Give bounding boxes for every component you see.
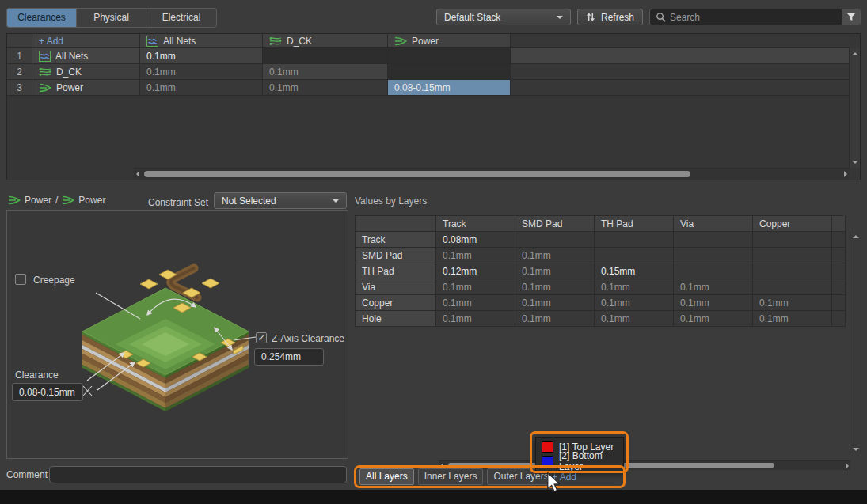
net-class-icon [8,195,21,206]
matrix-row-number-3[interactable]: 3 [7,80,32,96]
values-cell-track-smd-pad[interactable] [515,232,595,248]
scroll-up-arrow-icon[interactable] [853,235,859,238]
matrix-row-number-2[interactable]: 2 [7,64,32,80]
layer-tab-all-layers[interactable]: All Layers [359,468,414,485]
values-cell-th-pad-smd-pad[interactable]: 0.1mm [515,263,595,279]
scroll-right-arrow-icon[interactable] [844,171,847,177]
values-cell-smd-pad-track[interactable]: 0.1mm [436,248,515,263]
matrix-vertical-scrollbar[interactable] [849,48,860,168]
values-cell-hole-copper[interactable]: 0.1mm [753,311,832,327]
values-cell-smd-pad-copper[interactable] [753,248,832,263]
label-text: [2] Bottom Layer [559,450,618,472]
values-cell-smd-pad-th-pad[interactable] [595,248,674,263]
scroll-down-arrow-icon[interactable] [853,448,859,451]
values-cell-via-copper[interactable] [753,279,832,295]
z-axis-clearance-checkbox[interactable]: ✓ [256,332,267,343]
values-cell-copper-smd-pad[interactable]: 0.1mm [515,295,595,311]
values-cell-hole-th-pad[interactable]: 0.1mm [595,311,674,327]
matrix-row-number-1[interactable]: 1 [7,48,32,64]
clearance-label: Clearance [15,369,59,381]
values-cell-via-via[interactable]: 0.1mm [674,279,753,295]
creepage-checkbox[interactable] [15,274,26,285]
values-column-header-via[interactable]: Via [674,216,753,232]
matrix-corner-cell [7,34,32,48]
matrix-row-name-power[interactable]: Power [32,80,140,96]
search-input[interactable] [666,12,842,23]
layer-stack-dropdown[interactable]: Default Stack [436,9,571,25]
filter-button[interactable] [842,9,860,25]
values-cell-via-th-pad[interactable]: 0.1mm [595,279,674,295]
values-cell-hole-via[interactable]: 0.1mm [674,311,753,327]
values-cell-track-via[interactable] [674,232,753,248]
constraint-set-dropdown[interactable]: Not Selected [214,192,347,209]
matrix-cell-all-nets-d-ck[interactable] [263,48,388,64]
diff-pair-icon [269,36,282,47]
values-cell-hole-smd-pad[interactable]: 0.1mm [515,311,595,327]
values-cell-th-pad-copper[interactable] [753,263,832,279]
values-cell-th-pad-via[interactable] [674,263,753,279]
selected-rule-scope: Power / Power [8,195,105,206]
values-cell-track-track[interactable]: 0.08mm [436,232,515,248]
values-cell-hole-track[interactable]: 0.1mm [436,311,515,327]
values-cell-via-track[interactable]: 0.1mm [436,279,515,295]
values-column-header-smd-pad[interactable]: SMD Pad [515,216,595,232]
matrix-column-header-power[interactable]: Power [388,34,511,48]
matrix-row-name-all-nets[interactable]: All Nets [32,48,140,64]
clearance-input[interactable] [12,383,83,401]
comment-input[interactable] [49,466,347,483]
values-cell-via-smd-pad[interactable]: 0.1mm [515,279,595,295]
values-cell-th-pad-track[interactable]: 0.12mm [436,263,515,279]
scroll-down-arrow-icon[interactable] [852,161,858,164]
values-cell-track-th-pad[interactable] [595,232,674,248]
matrix-hscroll-thumb[interactable] [144,171,690,177]
matrix-cell-d-ck-all-nets[interactable]: 0.1mm [140,64,263,80]
layer-popup-item--2-bottom-layer[interactable]: [2] Bottom Layer [536,454,623,468]
matrix-cell-all-nets-all-nets[interactable]: 0.1mm [140,48,263,64]
matrix-column-header-d-ck[interactable]: D_CK [263,34,388,48]
matrix-cell-d-ck-d-ck[interactable]: 0.1mm [263,64,388,80]
values-row-filler [832,248,846,263]
matrix-cell-d-ck-power[interactable] [388,64,511,80]
search-icon [656,12,666,22]
matrix-column-header-all-nets[interactable]: All Nets [140,34,263,48]
matrix-cell-all-nets-power[interactable] [388,48,511,64]
matrix-cell-power-power[interactable]: 0.08-0.15mm [388,80,511,96]
tab-clearances[interactable]: Clearances [7,9,77,27]
values-vertical-scrollbar[interactable] [850,231,861,455]
refresh-icon [586,12,595,22]
scroll-left-arrow-icon[interactable] [136,171,139,177]
tab-physical[interactable]: Physical [77,9,146,27]
values-cell-copper-via[interactable]: 0.1mm [674,295,753,311]
values-cell-copper-track[interactable]: 0.1mm [436,295,515,311]
values-row-label-copper[interactable]: Copper [356,295,436,311]
values-cell-copper-th-pad[interactable]: 0.1mm [595,295,674,311]
values-cell-copper-copper[interactable]: 0.1mm [753,295,832,311]
values-row-label-smd-pad[interactable]: SMD Pad [356,248,436,263]
scroll-right-arrow-icon[interactable] [846,463,849,469]
values-column-header-copper[interactable]: Copper [753,216,832,232]
constraint-set-value: Not Selected [222,195,276,207]
scroll-up-arrow-icon[interactable] [852,52,858,55]
values-column-header-th-pad[interactable]: TH Pad [595,216,674,232]
values-cell-smd-pad-smd-pad[interactable]: 0.1mm [515,248,595,263]
matrix-row-name-d-ck[interactable]: D_CK [32,64,140,80]
values-row-label-th-pad[interactable]: TH Pad [356,263,436,279]
values-cell-track-copper[interactable] [753,232,832,248]
matrix-horizontal-scrollbar[interactable] [134,168,850,180]
values-cell-th-pad-th-pad[interactable]: 0.15mm [595,263,674,279]
values-row-label-hole[interactable]: Hole [356,311,436,327]
layer-tab-inner-layers[interactable]: Inner Layers [418,468,484,485]
values-by-layers-title: Values by Layers [355,195,427,207]
values-row-label-via[interactable]: Via [356,279,436,295]
tab-electrical[interactable]: Electrical [146,9,216,27]
values-column-header-track[interactable]: Track [436,216,515,232]
label-text: Power [56,82,83,93]
matrix-add-link[interactable]: + Add [39,36,63,47]
matrix-add-cell: + Add [32,34,140,48]
matrix-cell-power-all-nets[interactable]: 0.1mm [140,80,263,96]
refresh-button[interactable]: Refresh [577,9,643,25]
z-axis-clearance-input[interactable] [254,348,324,366]
values-cell-smd-pad-via[interactable] [674,248,753,263]
values-row-label-track[interactable]: Track [356,232,436,248]
matrix-cell-power-d-ck[interactable]: 0.1mm [263,80,388,96]
